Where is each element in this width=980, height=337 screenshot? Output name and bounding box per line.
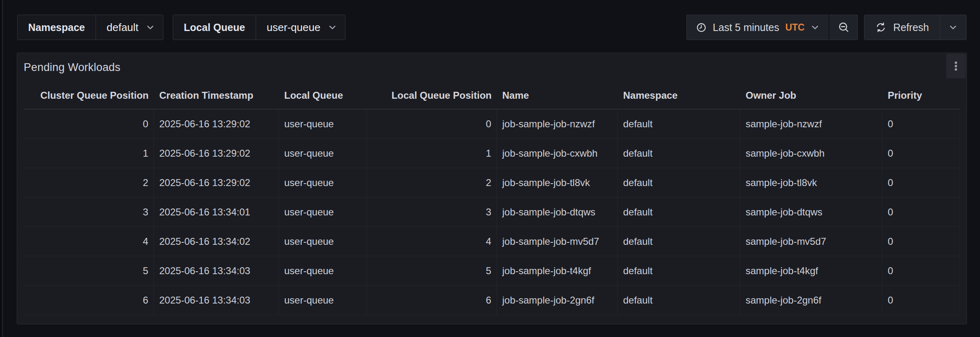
refresh-icon <box>875 22 886 33</box>
table-cell: 0 <box>367 109 497 138</box>
table-cell: 6 <box>24 286 154 315</box>
table-cell: default <box>618 256 740 285</box>
time-picker-group: Last 5 minutes UTC <box>686 15 858 40</box>
table-cell: job-sample-job-t4kgf <box>497 256 618 285</box>
table-cell: user-queue <box>279 109 367 138</box>
table-cell: default <box>618 227 740 256</box>
table-cell: 4 <box>24 227 154 256</box>
table-cell: 4 <box>367 227 497 256</box>
table-row: 42025-06-16 13:34:02user-queue4job-sampl… <box>24 227 960 256</box>
table-cell: sample-job-nzwzf <box>740 109 882 138</box>
table-cell: 2025-06-16 13:29:02 <box>154 109 279 138</box>
table-cell: user-queue <box>279 256 367 285</box>
clock-icon <box>696 22 707 33</box>
table-cell: job-sample-job-mv5d7 <box>497 227 618 256</box>
refresh-button[interactable]: Refresh <box>864 15 940 40</box>
column-header-name[interactable]: Name <box>497 82 618 109</box>
variable-local-queue-value: user-queue <box>267 21 321 34</box>
table-cell: user-queue <box>279 197 367 226</box>
table-row: 22025-06-16 13:29:02user-queue2job-sampl… <box>24 168 960 197</box>
table-cell: 6 <box>367 286 497 315</box>
table-cell: 2 <box>24 168 154 197</box>
table-cell: 0 <box>882 197 960 226</box>
chevron-down-icon <box>811 23 820 32</box>
table-cell: default <box>618 168 740 197</box>
panel-title: Pending Workloads <box>24 61 120 74</box>
table-cell: 0 <box>882 168 960 197</box>
variable-local-queue-label: Local Queue <box>173 15 256 40</box>
table-cell: 3 <box>24 197 154 226</box>
table-row: 52025-06-16 13:34:03user-queue5job-sampl… <box>24 256 960 286</box>
variables-toolbar: Namespace default Local Queue user-queue <box>17 15 345 40</box>
table-cell: default <box>618 109 740 138</box>
table-cell: 1 <box>24 139 154 168</box>
column-header-namespace[interactable]: Namespace <box>618 82 740 109</box>
refresh-group: Refresh <box>864 15 967 40</box>
table-cell: 0 <box>24 109 154 138</box>
table-cell: sample-job-dtqws <box>740 197 882 226</box>
column-header-local-queue-position[interactable]: Local Queue Position <box>367 82 497 109</box>
table-cell: default <box>618 197 740 226</box>
column-header-priority[interactable]: Priority <box>882 82 960 109</box>
table-cell: 0 <box>882 227 960 256</box>
table-row: 32025-06-16 13:34:01user-queue3job-sampl… <box>24 197 960 227</box>
column-header-local-queue[interactable]: Local Queue <box>279 82 367 109</box>
variable-local-queue-select[interactable]: user-queue <box>256 15 345 40</box>
panel-header: Pending Workloads <box>17 53 967 82</box>
variable-namespace-value: default <box>107 21 138 34</box>
chevron-down-icon <box>328 23 337 32</box>
table-cell: job-sample-job-2gn6f <box>497 286 618 315</box>
zoom-out-button[interactable] <box>829 15 858 40</box>
table-cell: 2 <box>367 168 497 197</box>
pending-workloads-panel: Pending Workloads Cluster Queue Position… <box>17 53 967 324</box>
table-header-row: Cluster Queue PositionCreation Timestamp… <box>24 82 960 109</box>
table-row: 62025-06-16 13:34:03user-queue6job-sampl… <box>24 286 960 315</box>
table-row: 02025-06-16 13:29:02user-queue0job-sampl… <box>24 109 960 139</box>
column-header-creation-timestamp[interactable]: Creation Timestamp <box>154 82 279 109</box>
table-cell: 2025-06-16 13:29:02 <box>154 168 279 197</box>
table-cell: job-sample-job-dtqws <box>497 197 618 226</box>
table-cell: 0 <box>882 256 960 285</box>
refresh-label: Refresh <box>893 22 929 33</box>
table-cell: default <box>618 286 740 315</box>
table-cell: 5 <box>367 256 497 285</box>
table-body: 02025-06-16 13:29:02user-queue0job-sampl… <box>24 109 960 315</box>
time-range-button[interactable]: Last 5 minutes UTC <box>686 15 829 40</box>
table-cell: user-queue <box>279 139 367 168</box>
time-toolbar: Last 5 minutes UTC Refresh <box>686 15 967 40</box>
table-cell: default <box>618 139 740 168</box>
table-cell: 3 <box>367 197 497 226</box>
table-cell: job-sample-job-nzwzf <box>497 109 618 138</box>
table-cell: sample-job-2gn6f <box>740 286 882 315</box>
zoom-out-icon <box>837 21 850 33</box>
table-cell: sample-job-mv5d7 <box>740 227 882 256</box>
pane-edge <box>0 0 3 337</box>
chevron-down-icon <box>146 23 155 32</box>
variable-local-queue: Local Queue user-queue <box>173 15 345 40</box>
table-cell: 2025-06-16 13:34:03 <box>154 286 279 315</box>
table-cell: user-queue <box>279 286 367 315</box>
variable-namespace: Namespace default <box>17 15 163 40</box>
table-cell: job-sample-job-cxwbh <box>497 139 618 168</box>
table-cell: sample-job-t4kgf <box>740 256 882 285</box>
table-cell: user-queue <box>279 227 367 256</box>
kebab-menu-icon <box>950 60 962 72</box>
time-range-label: Last 5 minutes <box>713 22 780 33</box>
table-cell: 2025-06-16 13:34:01 <box>154 197 279 226</box>
table-cell: user-queue <box>279 168 367 197</box>
refresh-interval-button[interactable] <box>940 15 966 40</box>
variable-namespace-select[interactable]: default <box>96 15 163 40</box>
table-cell: 0 <box>882 139 960 168</box>
panel-menu-button[interactable] <box>946 54 966 78</box>
table-cell: 2025-06-16 13:34:02 <box>154 227 279 256</box>
table-cell: job-sample-job-tl8vk <box>497 168 618 197</box>
table-cell: sample-job-tl8vk <box>740 168 882 197</box>
workloads-table: Cluster Queue PositionCreation Timestamp… <box>24 82 960 315</box>
chevron-down-icon <box>949 23 958 32</box>
column-header-owner-job[interactable]: Owner Job <box>740 82 882 109</box>
table-cell: 5 <box>24 256 154 285</box>
variable-namespace-label: Namespace <box>18 15 96 40</box>
column-header-cluster-queue-position[interactable]: Cluster Queue Position <box>24 82 154 109</box>
table-cell: 2025-06-16 13:29:02 <box>154 139 279 168</box>
table-cell: 2025-06-16 13:34:03 <box>154 256 279 285</box>
